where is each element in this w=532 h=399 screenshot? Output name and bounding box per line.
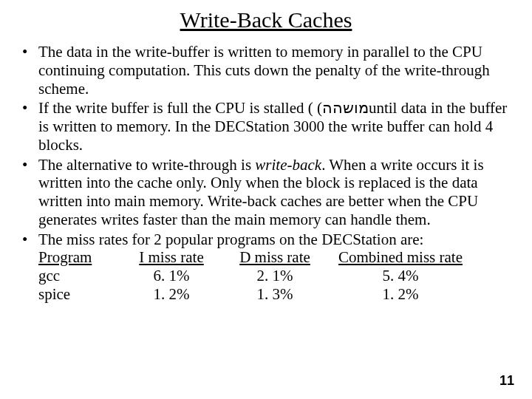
slide-title: Write-Back Caches — [21, 7, 511, 33]
table-header: I miss rate — [120, 248, 223, 267]
bullet-text: The miss rates for 2 popular programs on… — [38, 231, 423, 248]
table-cell: 5. 4% — [327, 267, 474, 285]
table-header: Program — [38, 248, 120, 267]
bullet-text: The data in the write-buffer is written … — [38, 43, 490, 98]
table-cell: 2. 1% — [223, 267, 327, 285]
table-header: Combined miss rate — [327, 248, 474, 267]
bullet-item: The alternative to write-through is writ… — [21, 156, 511, 229]
table-cell: 1. 2% — [327, 285, 474, 304]
table-cell: 1. 3% — [223, 285, 327, 304]
slide: Write-Back Caches The data in the write-… — [0, 0, 532, 399]
table-cell: spice — [38, 285, 120, 304]
bullet-text-em: write-back — [255, 156, 321, 174]
page-number: 11 — [499, 373, 514, 389]
bullet-text-pre: The alternative to write-through is — [38, 156, 255, 174]
bullet-text: If the write buffer is full the CPU is s… — [38, 99, 507, 154]
table-header: D miss rate — [223, 248, 327, 267]
table-cell: gcc — [38, 267, 120, 285]
table-cell: 1. 2% — [120, 285, 223, 304]
miss-rate-table: Program I miss rate D miss rate Combined… — [38, 248, 511, 303]
bullet-list: The data in the write-buffer is written … — [21, 43, 511, 304]
bullet-item: If the write buffer is full the CPU is s… — [21, 99, 511, 154]
table-cell: 6. 1% — [120, 267, 223, 285]
bullet-item: The miss rates for 2 popular programs on… — [21, 231, 511, 304]
bullet-item: The data in the write-buffer is written … — [21, 43, 511, 98]
